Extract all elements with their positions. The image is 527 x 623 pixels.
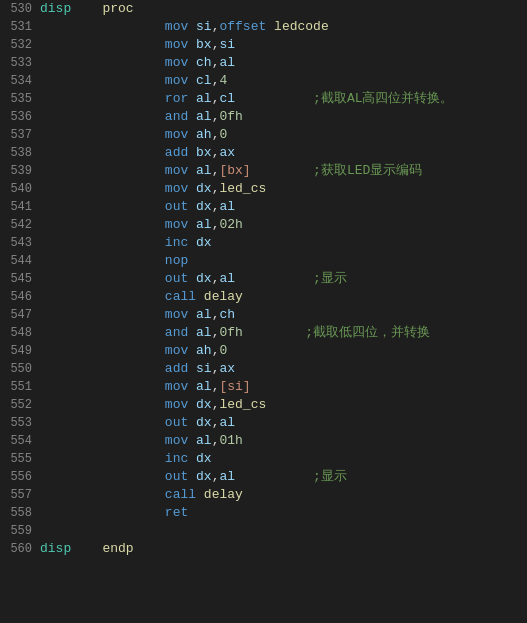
token bbox=[188, 91, 196, 106]
token bbox=[40, 235, 165, 250]
line-number: 552 bbox=[4, 396, 40, 414]
code-line: 537 mov ah,0 bbox=[0, 126, 527, 144]
line-number: 535 bbox=[4, 90, 40, 108]
code-line: 533 mov ch,al bbox=[0, 54, 527, 72]
token: mov bbox=[165, 19, 188, 34]
token: al bbox=[219, 271, 235, 286]
token: ax bbox=[219, 361, 235, 376]
line-content: mov si,offset ledcode bbox=[40, 18, 523, 36]
token: endp bbox=[102, 541, 133, 556]
line-number: 531 bbox=[4, 18, 40, 36]
token: 0fh bbox=[219, 325, 242, 340]
line-number: 541 bbox=[4, 198, 40, 216]
token: al bbox=[219, 469, 235, 484]
line-content: add bx,ax bbox=[40, 144, 523, 162]
line-number: 544 bbox=[4, 252, 40, 270]
line-number: 551 bbox=[4, 378, 40, 396]
line-content: nop bbox=[40, 252, 523, 270]
token: mov bbox=[165, 127, 188, 142]
token bbox=[188, 163, 196, 178]
token: ;截取低四位，并转换 bbox=[305, 325, 430, 340]
line-content: mov al,02h bbox=[40, 216, 523, 234]
token bbox=[40, 163, 165, 178]
line-number: 543 bbox=[4, 234, 40, 252]
token bbox=[188, 343, 196, 358]
token: ror bbox=[165, 91, 188, 106]
token: mov bbox=[165, 37, 188, 52]
token: mov bbox=[165, 163, 188, 178]
token bbox=[188, 235, 196, 250]
token bbox=[188, 397, 196, 412]
code-line: 530disp proc bbox=[0, 0, 527, 18]
token: and bbox=[165, 109, 188, 124]
line-content: mov ah,0 bbox=[40, 126, 523, 144]
code-line: 542 mov al,02h bbox=[0, 216, 527, 234]
token: mov bbox=[165, 379, 188, 394]
token: mov bbox=[165, 397, 188, 412]
token bbox=[266, 19, 274, 34]
token bbox=[188, 307, 196, 322]
token: inc bbox=[165, 451, 188, 466]
line-number: 559 bbox=[4, 522, 40, 540]
token bbox=[40, 253, 165, 268]
line-number: 558 bbox=[4, 504, 40, 522]
code-line: 541 out dx,al bbox=[0, 198, 527, 216]
line-number: 542 bbox=[4, 216, 40, 234]
token bbox=[40, 271, 165, 286]
token bbox=[188, 109, 196, 124]
token: 02h bbox=[219, 217, 242, 232]
token: inc bbox=[165, 235, 188, 250]
token: bx bbox=[196, 37, 212, 52]
token: dx bbox=[196, 235, 212, 250]
token bbox=[40, 37, 165, 52]
code-line: 538 add bx,ax bbox=[0, 144, 527, 162]
line-number: 549 bbox=[4, 342, 40, 360]
line-number: 556 bbox=[4, 468, 40, 486]
code-line: 557 call delay bbox=[0, 486, 527, 504]
token: disp bbox=[40, 541, 71, 556]
token: mov bbox=[165, 433, 188, 448]
token bbox=[235, 91, 313, 106]
token bbox=[40, 199, 165, 214]
token bbox=[40, 343, 165, 358]
token bbox=[235, 271, 313, 286]
token: delay bbox=[204, 289, 243, 304]
token: dx bbox=[196, 271, 212, 286]
code-line: 539 mov al,[bx] ;获取LED显示编码 bbox=[0, 162, 527, 180]
token: dx bbox=[196, 469, 212, 484]
line-content: out dx,al bbox=[40, 198, 523, 216]
token: 0fh bbox=[219, 109, 242, 124]
line-number: 547 bbox=[4, 306, 40, 324]
code-line: 553 out dx,al bbox=[0, 414, 527, 432]
line-content: mov bx,si bbox=[40, 36, 523, 54]
token bbox=[196, 289, 204, 304]
token: offset bbox=[219, 19, 266, 34]
line-content: add si,ax bbox=[40, 360, 523, 378]
line-number: 537 bbox=[4, 126, 40, 144]
token bbox=[40, 19, 165, 34]
token bbox=[188, 433, 196, 448]
line-number: 536 bbox=[4, 108, 40, 126]
code-line: 549 mov ah,0 bbox=[0, 342, 527, 360]
line-content bbox=[40, 522, 523, 540]
line-number: 539 bbox=[4, 162, 40, 180]
token: ;获取LED显示编码 bbox=[313, 163, 422, 178]
line-number: 550 bbox=[4, 360, 40, 378]
line-number: 546 bbox=[4, 288, 40, 306]
token bbox=[40, 451, 165, 466]
token: [bx] bbox=[219, 163, 250, 178]
token bbox=[196, 487, 204, 502]
token bbox=[40, 361, 165, 376]
line-content: mov ah,0 bbox=[40, 342, 523, 360]
token: si bbox=[196, 361, 212, 376]
token bbox=[40, 397, 165, 412]
token: dx bbox=[196, 181, 212, 196]
line-number: 553 bbox=[4, 414, 40, 432]
token: si bbox=[196, 19, 212, 34]
token: ;截取AL高四位并转换。 bbox=[313, 91, 453, 106]
line-number: 538 bbox=[4, 144, 40, 162]
token: [si] bbox=[219, 379, 250, 394]
code-line: 559 bbox=[0, 522, 527, 540]
code-line: 543 inc dx bbox=[0, 234, 527, 252]
token: cl bbox=[219, 91, 235, 106]
